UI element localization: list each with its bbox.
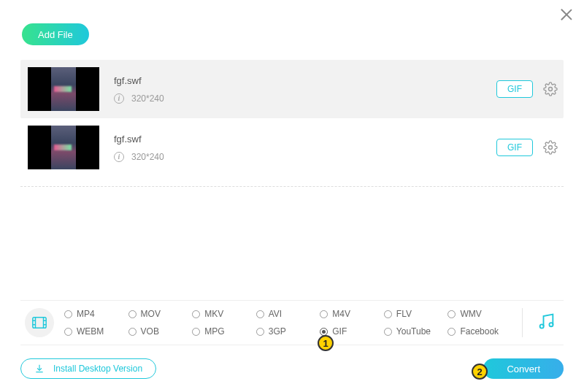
file-actions: GIF [496, 139, 558, 156]
format-badge[interactable]: GIF [496, 139, 533, 156]
thumbnail [28, 126, 99, 169]
file-list: fgf.swfi320*240GIFfgf.swfi320*240GIF [20, 60, 564, 177]
music-icon[interactable] [536, 311, 558, 334]
file-info: i320*240 [114, 152, 496, 162]
file-meta: fgf.swfi320*240 [114, 75, 496, 104]
format-label: MP4 [77, 309, 95, 319]
format-option-avi[interactable]: AVI [256, 309, 318, 319]
file-row[interactable]: fgf.swfi320*240GIF [20, 60, 564, 118]
radio-icon [64, 328, 72, 336]
svg-rect-2 [33, 318, 46, 328]
file-name: fgf.swf [114, 75, 496, 86]
format-label: VOB [141, 326, 159, 337]
format-option-3gp[interactable]: 3GP [256, 326, 318, 337]
separator [522, 308, 523, 337]
file-info: i320*240 [114, 93, 496, 104]
format-badge[interactable]: GIF [496, 80, 533, 98]
file-actions: GIF [496, 80, 558, 98]
format-label: MKV [204, 309, 223, 319]
gear-icon[interactable] [543, 140, 558, 155]
radio-icon [384, 310, 392, 318]
radio-icon [447, 310, 456, 318]
format-label: 3GP [269, 326, 286, 337]
close-icon[interactable] [559, 7, 574, 22]
step-marker-2: 2 [472, 364, 488, 380]
video-icon[interactable] [25, 308, 54, 337]
file-meta: fgf.swfi320*240 [114, 134, 496, 162]
radio-icon [320, 310, 328, 318]
radio-icon [128, 310, 137, 318]
divider [20, 186, 564, 187]
info-icon: i [114, 152, 124, 162]
radio-icon [447, 328, 456, 336]
radio-icon [384, 328, 392, 336]
download-icon [34, 364, 45, 374]
format-option-m4v[interactable]: M4V [320, 309, 381, 319]
info-icon: i [114, 93, 124, 104]
format-option-vob[interactable]: VOB [128, 326, 190, 337]
svg-point-1 [549, 146, 553, 150]
install-desktop-button[interactable]: Install Desktop Version [20, 358, 156, 379]
file-row[interactable]: fgf.swfi320*240GIF [20, 118, 564, 177]
radio-icon [256, 328, 264, 336]
radio-icon [256, 310, 264, 318]
format-label: YouTube [396, 326, 431, 337]
format-label: AVI [269, 309, 282, 319]
format-label: WEBM [77, 326, 104, 337]
format-option-mpg[interactable]: MPG [192, 326, 253, 337]
format-label: WMV [460, 309, 481, 319]
svg-point-0 [549, 88, 553, 91]
format-option-webm[interactable]: WEBM [64, 326, 126, 337]
format-grid: MP4MOVMKVAVIM4VFLVWMVWEBMVOBMPG3GPGIFYou… [64, 309, 509, 337]
format-option-flv[interactable]: FLV [384, 309, 445, 319]
format-option-mov[interactable]: MOV [128, 309, 190, 319]
format-option-youtube[interactable]: YouTube [384, 326, 445, 337]
format-option-wmv[interactable]: WMV [447, 309, 509, 319]
gear-icon[interactable] [543, 82, 558, 96]
format-option-mp4[interactable]: MP4 [64, 309, 126, 319]
format-option-facebook[interactable]: Facebook [447, 326, 509, 337]
radio-icon [192, 328, 200, 336]
thumbnail [28, 67, 99, 111]
add-file-button[interactable]: Add File [22, 23, 89, 45]
radio-icon [192, 310, 200, 318]
svg-point-10 [549, 323, 553, 326]
install-label: Install Desktop Version [53, 364, 142, 374]
format-label: FLV [396, 309, 412, 319]
format-label: GIF [332, 326, 347, 337]
format-option-mkv[interactable]: MKV [192, 309, 253, 319]
file-name: fgf.swf [114, 134, 496, 145]
format-label: MPG [204, 326, 224, 337]
radio-icon [320, 328, 328, 336]
radio-icon [64, 310, 72, 318]
format-label: Facebook [460, 326, 499, 337]
svg-point-9 [540, 324, 544, 328]
file-dimensions: 320*240 [131, 93, 164, 104]
format-option-gif[interactable]: GIF [320, 326, 381, 337]
format-label: M4V [332, 309, 350, 319]
step-marker-1: 1 [318, 335, 334, 351]
convert-button[interactable]: Convert [483, 358, 564, 379]
format-panel: MP4MOVMKVAVIM4VFLVWMVWEBMVOBMPG3GPGIFYou… [20, 300, 564, 345]
file-dimensions: 320*240 [131, 152, 164, 162]
format-label: MOV [141, 309, 161, 319]
radio-icon [128, 328, 137, 336]
